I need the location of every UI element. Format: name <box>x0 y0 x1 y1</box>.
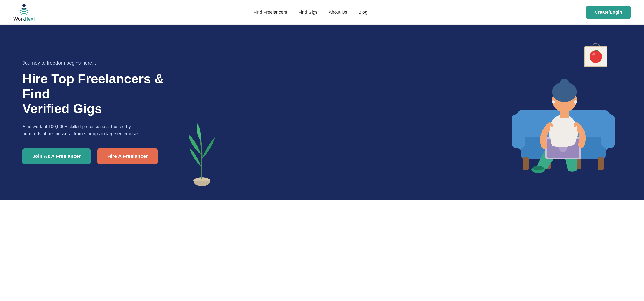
wall-frame-decoration <box>581 42 610 72</box>
nav-find-freelancers[interactable]: Find Freelancers <box>254 10 287 15</box>
svg-point-23 <box>595 42 597 44</box>
hire-freelancer-button[interactable]: Hire A Freelancer <box>97 148 158 164</box>
join-freelancer-button[interactable]: Join As A Freelancer <box>22 148 90 164</box>
hero-content: Journey to freedom begins here... Hire T… <box>22 60 180 164</box>
svg-rect-16 <box>560 111 569 118</box>
person-sofa-illustration <box>505 60 622 186</box>
logo: Workflexi <box>14 3 35 22</box>
logo-text: Workflexi <box>14 16 35 22</box>
plant-decoration <box>186 114 218 186</box>
svg-rect-6 <box>523 157 528 170</box>
svg-point-0 <box>22 4 26 7</box>
hero-title: Hire Top Freelancers & Find Verified Gig… <box>22 71 180 116</box>
nav-find-gigs[interactable]: Find Gigs <box>298 10 318 15</box>
hero-illustration <box>180 38 622 186</box>
hero-buttons: Join As A Freelancer Hire A Freelancer <box>22 148 180 164</box>
svg-rect-5 <box>602 114 615 148</box>
hero-section: Journey to freedom begins here... Hire T… <box>0 25 644 200</box>
logo-icon <box>16 3 32 16</box>
svg-point-25 <box>590 50 602 63</box>
header: Workflexi Find Freelancers Find Gigs Abo… <box>0 0 644 25</box>
nav-blog[interactable]: Blog <box>358 10 367 15</box>
create-login-button[interactable]: Create/Login <box>586 6 630 19</box>
svg-rect-9 <box>598 157 604 170</box>
svg-rect-26 <box>595 50 596 52</box>
hero-tagline: Journey to freedom begins here... <box>22 60 180 66</box>
svg-point-14 <box>552 100 555 104</box>
svg-point-13 <box>560 78 569 88</box>
svg-point-15 <box>574 100 577 104</box>
hero-description: A network of 100,000+ skilled profession… <box>22 123 148 137</box>
svg-rect-4 <box>512 114 525 148</box>
nav-about-us[interactable]: About Us <box>329 10 347 15</box>
main-nav: Find Freelancers Find Gigs About Us Blog <box>254 10 367 15</box>
